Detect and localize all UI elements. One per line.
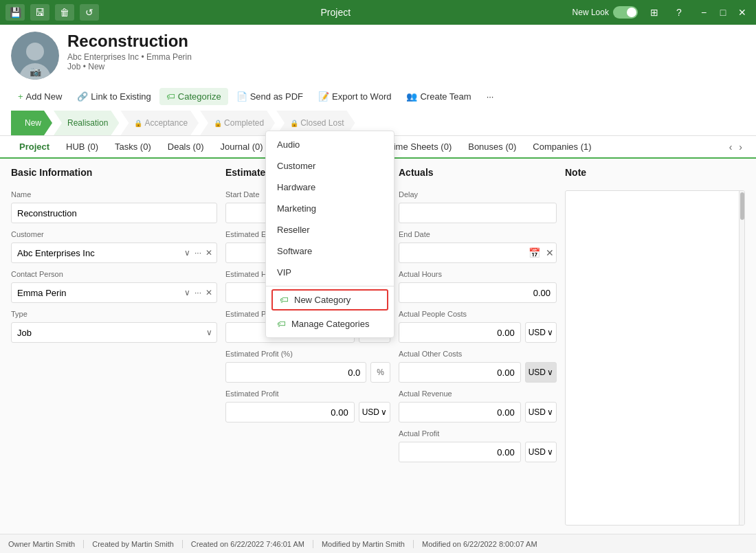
dropdown-divider: [266, 286, 394, 286]
manage-categories-item[interactable]: 🏷 Manage Categories: [266, 313, 394, 335]
new-category-label: New Category: [294, 295, 351, 305]
customer-cat-label: Customer: [277, 161, 315, 171]
category-customer[interactable]: Customer: [266, 155, 394, 177]
category-vip[interactable]: VIP: [266, 262, 394, 283]
audio-label: Audio: [277, 139, 300, 150]
vip-label: VIP: [277, 267, 291, 278]
category-hardware[interactable]: Hardware: [266, 177, 394, 198]
software-label: Software: [277, 246, 312, 256]
category-audio[interactable]: Audio: [266, 134, 394, 155]
category-marketing[interactable]: Marketing: [266, 198, 394, 219]
category-software[interactable]: Software: [266, 240, 394, 262]
categorize-dropdown: Audio Customer Hardware Marketing Resell…: [265, 131, 394, 338]
category-reseller[interactable]: Reseller: [266, 219, 394, 240]
manage-categories-icon: 🏷: [277, 319, 286, 329]
hardware-label: Hardware: [277, 182, 315, 192]
marketing-label: Marketing: [277, 203, 316, 214]
manage-categories-label: Manage Categories: [291, 319, 369, 329]
new-category-item[interactable]: 🏷 New Category: [271, 289, 388, 311]
new-category-icon: 🏷: [280, 295, 289, 305]
reseller-label: Reseller: [277, 225, 310, 235]
